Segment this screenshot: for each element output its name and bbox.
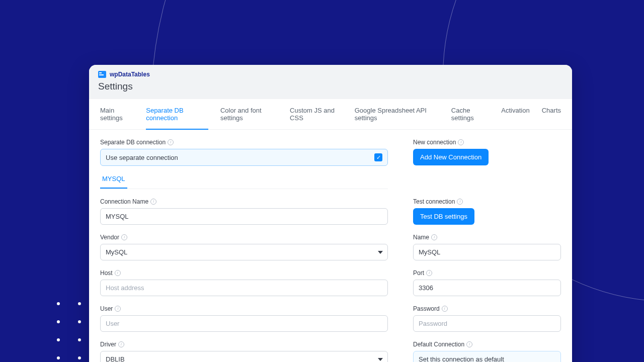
label-text: Vendor xyxy=(100,234,119,241)
info-icon[interactable]: i xyxy=(466,341,472,347)
info-icon[interactable]: i xyxy=(431,234,437,240)
info-icon[interactable]: i xyxy=(457,199,463,205)
new-connection-label: New connection i xyxy=(413,139,561,146)
port-input[interactable] xyxy=(413,280,561,296)
tab-google-spreadsheet-api[interactable]: Google Spreadsheet API settings xyxy=(355,100,439,130)
label-text: Port xyxy=(413,269,424,277)
tabs: Main settings Separate DB connection Col… xyxy=(89,99,572,130)
test-db-settings-button[interactable]: Test DB settings xyxy=(413,208,474,225)
default-connection-label: Default Connection i xyxy=(413,341,561,348)
tab-separate-db-connection[interactable]: Separate DB connection xyxy=(146,100,208,130)
connection-name-label: Connection Name i xyxy=(100,198,388,205)
brand-name: wpDataTables xyxy=(110,71,150,78)
label-text: Driver xyxy=(100,341,116,348)
subtab-mysql[interactable]: MYSQL xyxy=(100,171,127,189)
name-input[interactable] xyxy=(413,244,561,260)
password-input[interactable] xyxy=(413,315,561,332)
brand-icon xyxy=(98,71,106,78)
label-text: Separate DB connection xyxy=(100,139,166,146)
add-new-connection-button[interactable]: Add New Connection xyxy=(413,149,489,165)
label-text: Host xyxy=(100,269,113,277)
vendor-select[interactable]: MySQL xyxy=(100,244,388,260)
host-input[interactable] xyxy=(100,280,388,296)
driver-label: Driver i xyxy=(100,341,388,348)
info-icon[interactable]: i xyxy=(121,234,127,240)
toggle-text: Use separate connection xyxy=(106,154,178,161)
password-label: Password i xyxy=(413,305,561,312)
user-label: User i xyxy=(100,305,388,312)
info-icon[interactable]: i xyxy=(118,341,124,347)
user-input[interactable] xyxy=(100,315,388,332)
tab-charts[interactable]: Charts xyxy=(542,100,561,130)
label-text: Password xyxy=(413,305,440,312)
driver-select[interactable]: DBLIB xyxy=(100,351,388,362)
label-text: Default Connection xyxy=(413,341,464,348)
info-icon[interactable]: i xyxy=(426,270,432,276)
info-icon[interactable]: i xyxy=(458,139,464,145)
port-label: Port i xyxy=(413,269,561,277)
label-text: User xyxy=(100,305,113,312)
connection-subtabs: MYSQL xyxy=(100,171,388,189)
tab-content: Separate DB connection i Use separate co… xyxy=(89,130,572,362)
host-label: Host i xyxy=(100,269,388,277)
settings-window: wpDataTables Settings Main settings Sepa… xyxy=(89,65,572,362)
vendor-label: Vendor i xyxy=(100,234,388,241)
dot-grid xyxy=(57,302,81,359)
toggle-text: Set this connection as default xyxy=(419,355,504,362)
label-text: Name xyxy=(413,234,429,241)
tab-cache-settings[interactable]: Cache settings xyxy=(451,100,489,130)
info-icon[interactable]: i xyxy=(168,139,174,145)
label-text: Test connection xyxy=(413,198,455,205)
use-separate-connection-toggle[interactable]: Use separate connection ✓ xyxy=(100,149,388,166)
info-icon[interactable]: i xyxy=(442,306,448,312)
separate-db-label: Separate DB connection i xyxy=(100,139,388,146)
label-text: New connection xyxy=(413,139,456,146)
name-label: Name i xyxy=(413,234,561,241)
brand: wpDataTables xyxy=(98,71,563,78)
default-connection-toggle[interactable]: Set this connection as default xyxy=(413,351,561,362)
label-text: Connection Name xyxy=(100,198,148,205)
tab-color-and-font[interactable]: Color and font settings xyxy=(220,100,278,130)
test-connection-label: Test connection i xyxy=(413,198,561,205)
info-icon[interactable]: i xyxy=(115,270,121,276)
info-icon[interactable]: i xyxy=(115,306,121,312)
tab-activation[interactable]: Activation xyxy=(501,100,529,130)
info-icon[interactable]: i xyxy=(150,199,156,205)
window-header: wpDataTables Settings xyxy=(89,65,572,99)
connection-name-input[interactable] xyxy=(100,208,388,225)
page-title: Settings xyxy=(98,81,563,92)
tab-custom-js-css[interactable]: Custom JS and CSS xyxy=(290,100,343,130)
tab-main-settings[interactable]: Main settings xyxy=(100,100,134,130)
checkbox-checked-icon: ✓ xyxy=(374,153,382,161)
